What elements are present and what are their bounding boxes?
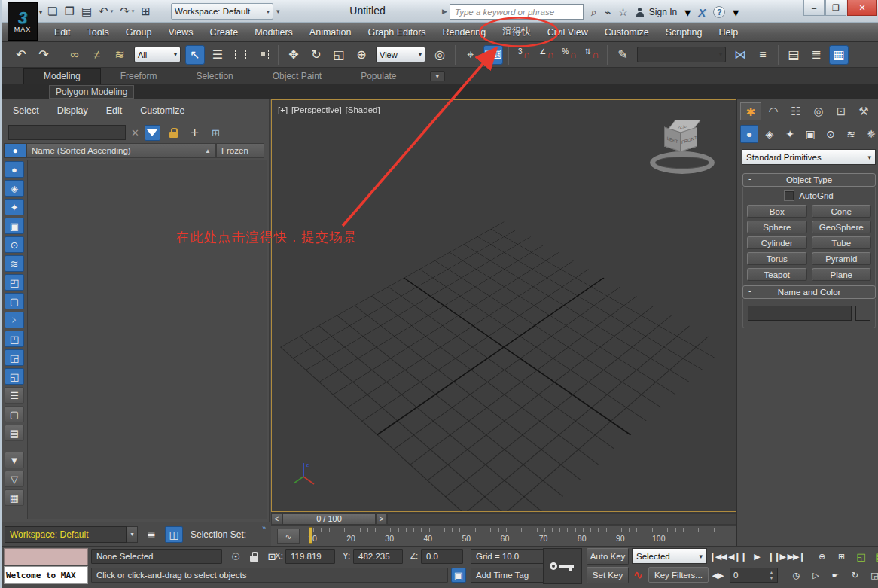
previous-frame-button[interactable]: <: [271, 513, 282, 525]
user-account-icon[interactable]: [636, 8, 645, 17]
menu-item-Tools[interactable]: Tools: [79, 23, 117, 41]
keyboard-shortcut-override-icon[interactable]: ⌨: [483, 45, 503, 65]
time-slider-track[interactable]: [387, 513, 736, 525]
snaps-toggle-3d-icon[interactable]: 3∩: [514, 45, 534, 65]
next-frame-icon[interactable]: ❙❙▶: [767, 549, 785, 564]
explorer-object-list[interactable]: [27, 160, 267, 519]
use-pivot-point-center-icon[interactable]: ◎: [430, 45, 450, 65]
explorer-menu-Select[interactable]: Select: [13, 105, 39, 116]
workspace-dropdown-icon[interactable]: ▾: [127, 526, 138, 543]
undo-dropdown-icon[interactable]: ▾: [111, 8, 114, 14]
filter-helpers-icon[interactable]: ⊙: [5, 236, 24, 253]
clear-search-icon[interactable]: ✕: [131, 127, 139, 139]
frame-spinner[interactable]: ▲▼: [769, 570, 774, 580]
create-helpers-icon[interactable]: ⊙: [822, 125, 840, 143]
select-and-manipulate-icon[interactable]: ⊕: [352, 45, 371, 65]
application-menu-button[interactable]: 3 MAX: [8, 2, 38, 41]
explorer-search-input[interactable]: [8, 125, 126, 140]
selection-filter-dropdown[interactable]: All▾: [134, 47, 181, 62]
percent-snap-toggle-icon[interactable]: %∩: [559, 45, 579, 65]
named-selection-dropdown[interactable]: ▾: [637, 47, 726, 62]
redo-dropdown-icon[interactable]: ▾: [132, 8, 135, 14]
zoom-extents-all-icon[interactable]: ▦: [871, 549, 878, 564]
graphite-ribbon-toggle-icon[interactable]: ≣: [806, 45, 826, 65]
window-crossing-toggle-icon[interactable]: [253, 45, 273, 65]
create-cameras-icon[interactable]: ▣: [801, 125, 819, 143]
render-setup-icon[interactable]: ▦: [829, 45, 849, 65]
primitive-button-torus[interactable]: Torus: [747, 252, 807, 265]
selection-lock-lightbulb-icon[interactable]: ☉: [228, 549, 243, 564]
name-column-header[interactable]: Name (Sorted Ascending) ▲: [26, 143, 216, 158]
mirror-icon[interactable]: ⋈: [730, 45, 750, 65]
filter-bones-icon[interactable]: ﹥: [5, 312, 24, 328]
object-type-column-icon[interactable]: ●: [4, 143, 26, 158]
key-filters-button[interactable]: Key Filters...: [648, 567, 709, 583]
ribbon-tab-Object Paint[interactable]: Object Paint: [253, 69, 341, 84]
toolbar-options-icon[interactable]: ▾: [276, 8, 280, 15]
primitive-category-dropdown[interactable]: Standard Primitives ▾: [742, 149, 876, 165]
add-to-selection-icon[interactable]: ✛: [187, 125, 203, 141]
frozen-column-header[interactable]: Frozen: [216, 143, 264, 158]
object-color-swatch[interactable]: [855, 306, 870, 321]
x-coordinate-input[interactable]: 119.819: [285, 549, 335, 564]
primitive-button-geosphere[interactable]: GeoSphere: [812, 221, 872, 233]
project-folder-icon[interactable]: ⊞: [141, 5, 151, 18]
app-menu-dropdown-icon[interactable]: ▾: [39, 9, 42, 16]
explorer-menu-Customize[interactable]: Customize: [140, 105, 184, 116]
new-file-icon[interactable]: ❏: [47, 5, 57, 18]
menu-item-Civil View[interactable]: Civil View: [539, 23, 596, 41]
isolate-selection-toggle-icon[interactable]: ▣: [451, 568, 466, 583]
primitive-button-pyramid[interactable]: Pyramid: [812, 252, 872, 265]
zoom-extents-icon[interactable]: ◱: [852, 549, 870, 564]
menu-item-Group[interactable]: Group: [117, 23, 160, 41]
unlink-selection-icon[interactable]: ≠: [87, 45, 107, 65]
select-place-highlight-icon[interactable]: ⌖: [461, 45, 480, 65]
overflow-chevron-icon[interactable]: »: [262, 524, 266, 532]
coordinate-system-dropdown[interactable]: View▾: [376, 47, 425, 62]
help-icon[interactable]: ?: [713, 6, 725, 18]
create-shapes-icon[interactable]: ◈: [761, 125, 779, 143]
menu-item-Customize[interactable]: Customize: [596, 23, 657, 41]
set-key-button[interactable]: Set Key: [587, 567, 629, 583]
select-object-icon[interactable]: ↖: [185, 45, 205, 65]
primitive-button-box[interactable]: Box: [747, 205, 807, 218]
time-slider-handle[interactable]: 0 / 100: [282, 513, 376, 525]
primitive-button-cone[interactable]: Cone: [812, 205, 872, 218]
display-properties-icon[interactable]: ▤: [5, 425, 24, 441]
undo-icon[interactable]: ↶: [99, 5, 108, 18]
lock-explorer-icon[interactable]: [166, 125, 181, 141]
filter-frozen-objects-icon[interactable]: ◲: [5, 349, 24, 366]
create-systems-icon[interactable]: ✵: [862, 125, 878, 143]
primitive-button-teapot[interactable]: Teapot: [747, 268, 807, 281]
viewcube-front-face[interactable]: FRONT: [681, 126, 697, 151]
filter-hidden-objects-icon[interactable]: ◱: [5, 368, 24, 385]
sign-in-dropdown-icon[interactable]: ▾: [684, 5, 691, 20]
menu-item-Modifiers[interactable]: Modifiers: [246, 23, 301, 41]
select-by-name-icon[interactable]: ☰: [208, 45, 227, 65]
filter-funnel-icon[interactable]: ▼: [5, 452, 24, 468]
autogrid-checkbox[interactable]: [785, 191, 794, 200]
menu-item-Help[interactable]: Help: [710, 23, 746, 41]
polygon-modeling-panel[interactable]: Polygon Modeling: [49, 85, 134, 99]
primitive-button-plane[interactable]: Plane: [812, 268, 872, 281]
next-frame-button[interactable]: >: [376, 513, 387, 525]
primitive-button-sphere[interactable]: Sphere: [747, 221, 807, 233]
previous-frame-icon[interactable]: ◀❙❙: [728, 549, 746, 564]
maximize-button[interactable]: ❐: [825, 0, 846, 16]
z-coordinate-input[interactable]: 0.0: [421, 549, 463, 564]
maxscript-listener-output[interactable]: Welcome to MAX: [4, 566, 88, 584]
save-file-icon[interactable]: ▤: [81, 5, 92, 18]
viewcube-cube[interactable]: TOP LEFT FRONT: [666, 120, 700, 156]
go-to-start-icon[interactable]: ❙◀◀: [709, 549, 727, 564]
orbit-viewport-icon[interactable]: ↻: [846, 568, 864, 583]
menu-item-Graph Editors[interactable]: Graph Editors: [359, 23, 434, 41]
selection-lock-icon[interactable]: [246, 549, 261, 564]
select-and-rotate-icon[interactable]: ↻: [306, 45, 326, 65]
minimize-button[interactable]: –: [803, 0, 825, 16]
object-name-input[interactable]: [748, 306, 852, 321]
track-bar[interactable]: ∿ 102030405060708090100: [271, 525, 736, 546]
viewport-shading-menu[interactable]: [Shaded]: [346, 105, 380, 114]
edit-named-selection-sets-icon[interactable]: ✎: [613, 45, 633, 65]
filter-shapes-icon[interactable]: ◈: [5, 180, 24, 197]
open-file-icon[interactable]: ❒: [64, 5, 74, 18]
